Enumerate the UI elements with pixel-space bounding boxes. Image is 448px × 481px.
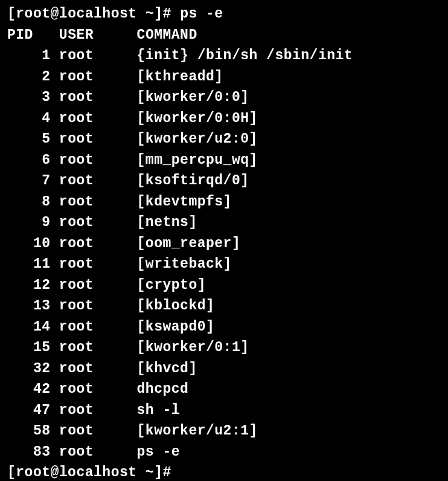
process-pid: 8: [7, 194, 51, 210]
process-command: [kworker/0:0]: [137, 89, 249, 105]
process-pid: 58: [7, 423, 51, 439]
terminal-output[interactable]: [root@localhost ~]# ps -e PID USER COMMA…: [7, 4, 441, 481]
process-command: {init} /bin/sh /sbin/init: [137, 48, 353, 63]
process-pid: 15: [7, 340, 51, 355]
header-user: USER: [59, 27, 94, 43]
process-user: root: [59, 131, 94, 147]
process-pid: 7: [7, 173, 51, 189]
process-user: root: [59, 111, 94, 126]
process-row: 58 root [kworker/u2:1]: [7, 421, 441, 442]
shell-prompt-command: [root@localhost ~]# ps -e: [7, 4, 441, 25]
process-pid: 1: [7, 48, 51, 63]
process-row: 32 root [khvcd]: [7, 358, 441, 379]
process-row: 47 root sh -l: [7, 400, 441, 421]
process-user: root: [59, 89, 94, 105]
prompt-after-text: [root@localhost ~]#: [7, 465, 180, 480]
process-command: [khvcd]: [137, 361, 197, 376]
header-command: COMMAND: [137, 27, 197, 43]
process-row: 15 root [kworker/0:1]: [7, 337, 441, 358]
process-row: 42 root dhcpcd: [7, 379, 441, 400]
process-command: [kworker/u2:0]: [137, 131, 258, 147]
process-pid: 83: [7, 444, 51, 460]
prompt-symbol: #: [163, 6, 171, 22]
process-command: [kworker/0:1]: [137, 340, 249, 355]
process-pid: 42: [7, 381, 51, 397]
process-row: 12 root [crypto]: [7, 275, 441, 296]
process-row: 3 root [kworker/0:0]: [7, 87, 441, 108]
process-pid: 9: [7, 215, 51, 230]
process-command: [writeback]: [137, 256, 232, 272]
process-user: root: [59, 48, 94, 63]
process-user: root: [59, 69, 94, 85]
process-user: root: [59, 152, 94, 168]
process-row: 4 root [kworker/0:0H]: [7, 108, 441, 129]
process-command: [netns]: [137, 215, 197, 230]
process-list: 1 root {init} /bin/sh /sbin/init 2 root …: [7, 45, 441, 462]
process-pid: 5: [7, 131, 51, 147]
process-pid: 47: [7, 402, 51, 418]
process-row: 14 root [kswapd0]: [7, 317, 441, 338]
process-user: root: [59, 340, 94, 355]
process-user: root: [59, 256, 94, 272]
process-user: root: [59, 423, 94, 439]
process-row: 10 root [oom_reaper]: [7, 233, 441, 254]
process-pid: 4: [7, 111, 51, 126]
process-command: [mm_percpu_wq]: [137, 152, 258, 168]
process-pid: 2: [7, 69, 51, 85]
entered-command: ps -e: [180, 6, 223, 22]
process-command: [kdevtmpfs]: [137, 194, 232, 210]
process-user: root: [59, 361, 94, 376]
process-row: 6 root [mm_percpu_wq]: [7, 150, 441, 171]
process-user: root: [59, 277, 94, 293]
process-command: [crypto]: [137, 277, 206, 293]
process-pid: 10: [7, 236, 51, 251]
process-row: 1 root {init} /bin/sh /sbin/init: [7, 45, 441, 66]
process-user: root: [59, 402, 94, 418]
process-command: [ksoftirqd/0]: [137, 173, 249, 189]
shell-prompt-after[interactable]: [root@localhost ~]#: [7, 462, 441, 481]
process-row: 13 root [kblockd]: [7, 295, 441, 317]
process-row: 2 root [kthreadd]: [7, 66, 441, 88]
process-command: [kblockd]: [137, 298, 215, 314]
process-user: root: [59, 319, 94, 335]
prompt-cwd: ~: [146, 6, 154, 22]
process-command: [kswapd0]: [137, 319, 215, 335]
prompt-user: root: [16, 6, 50, 22]
process-row: 7 root [ksoftirqd/0]: [7, 170, 441, 192]
process-user: root: [59, 444, 94, 460]
ps-header-row: PID USER COMMAND: [7, 25, 441, 46]
process-user: root: [59, 236, 94, 251]
process-pid: 6: [7, 152, 51, 168]
process-pid: 11: [7, 256, 51, 272]
process-command: ps -e: [137, 444, 181, 460]
process-command: dhcpcd: [137, 381, 189, 397]
process-user: root: [59, 173, 94, 189]
header-pid: PID: [7, 27, 33, 43]
process-command: [kworker/0:0H]: [137, 111, 258, 126]
process-user: root: [59, 381, 94, 397]
process-pid: 14: [7, 319, 51, 335]
process-pid: 3: [7, 89, 51, 105]
process-user: root: [59, 215, 94, 230]
process-command: [oom_reaper]: [137, 236, 241, 251]
process-row: 8 root [kdevtmpfs]: [7, 192, 441, 213]
process-command: sh -l: [137, 402, 181, 418]
process-row: 9 root [netns]: [7, 212, 441, 233]
process-row: 83 root ps -e: [7, 442, 441, 463]
process-user: root: [59, 298, 94, 314]
process-row: 11 root [writeback]: [7, 254, 441, 275]
process-row: 5 root [kworker/u2:0]: [7, 129, 441, 150]
process-command: [kthreadd]: [137, 69, 223, 85]
process-pid: 13: [7, 298, 51, 314]
prompt-host: localhost: [59, 6, 137, 22]
process-user: root: [59, 194, 94, 210]
process-command: [kworker/u2:1]: [137, 423, 258, 439]
process-pid: 32: [7, 361, 51, 376]
process-pid: 12: [7, 277, 51, 293]
